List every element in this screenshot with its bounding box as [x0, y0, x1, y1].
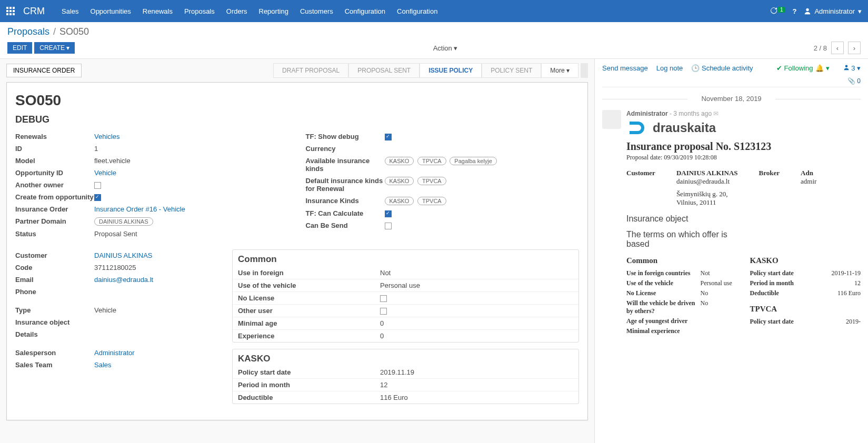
partner-domain-tag[interactable]: DAINIUS ALKINAS: [94, 217, 153, 226]
insurance-object-title: Insurance object: [626, 214, 861, 224]
nav-opportunities[interactable]: Opportunities: [91, 7, 131, 15]
status-bar: DRAFT PROPOSAL PROPOSAL SENT ISSUE POLIC…: [273, 63, 578, 78]
other-user-checkbox[interactable]: [380, 308, 387, 315]
logo-text: drauskaita: [653, 120, 716, 135]
schedule-activity-button[interactable]: 🕒 Schedule activity: [691, 64, 753, 72]
status-row: INSURANCE ORDER DRAFT PROPOSAL PROPOSAL …: [4, 59, 590, 82]
nav-reporting[interactable]: Reporting: [259, 7, 288, 15]
svg-rect-7: [9, 13, 12, 15]
message-header: Administrator - 3 months ago ✉: [626, 110, 861, 117]
pager: 2 / 8 ‹ ›: [814, 42, 861, 54]
can-send-checkbox[interactable]: [385, 223, 392, 229]
pager-next[interactable]: ›: [848, 42, 861, 54]
svg-rect-6: [6, 13, 8, 15]
chevron-down-icon: ▾: [66, 44, 69, 52]
proposal-title: Insurance proposal No. S123123: [626, 140, 861, 153]
bell-icon: 🔔: [815, 64, 824, 72]
stage-sent[interactable]: PROPOSAL SENT: [348, 63, 420, 78]
kind-tag[interactable]: TPVCA: [417, 157, 446, 165]
clock-icon: 🕒: [691, 64, 700, 72]
kind-tag[interactable]: TPVCA: [417, 177, 446, 185]
email-link[interactable]: dainius@edrauda.lt: [94, 276, 153, 284]
debug-left: RenewalsVehicles ID1 Modelfleet.vehicle …: [15, 130, 289, 240]
kasko-section: KASKO Policy start date2019.11.19 Period…: [232, 349, 579, 404]
another-owner-checkbox[interactable]: [94, 182, 101, 189]
salesteam-link[interactable]: Sales: [94, 361, 112, 369]
help-icon[interactable]: ?: [792, 7, 796, 15]
form-area: INSURANCE ORDER DRAFT PROPOSAL PROPOSAL …: [0, 59, 594, 443]
user-icon: [804, 7, 811, 15]
kind-tag[interactable]: TPVCA: [417, 197, 446, 205]
svg-rect-8: [13, 13, 15, 15]
svg-rect-1: [9, 7, 12, 9]
terms-common: Common Use in foreign countriesNot Use o…: [626, 253, 737, 336]
send-message-button[interactable]: Send message: [602, 64, 648, 72]
kind-tag[interactable]: KASKO: [385, 177, 414, 185]
pager-position: 2 / 8: [814, 44, 827, 52]
no-license-checkbox[interactable]: [380, 295, 387, 302]
terms-kasko: KASKO Policy start date2019-11-19 Period…: [750, 253, 861, 336]
svg-rect-5: [13, 10, 15, 12]
brand[interactable]: CRM: [23, 6, 45, 17]
navbar: CRM Sales Opportunities Renewals Proposa…: [0, 0, 868, 22]
user-name: Administrator: [814, 7, 855, 15]
action-dropdown[interactable]: Action ▾: [433, 44, 458, 52]
nav-configuration-1[interactable]: Configuration: [345, 7, 385, 15]
edit-button[interactable]: EDIT: [7, 42, 32, 54]
customer-link[interactable]: DAINIUS ALKINAS: [94, 251, 153, 259]
insurance-order-button[interactable]: INSURANCE ORDER: [6, 64, 82, 77]
svg-point-10: [845, 65, 847, 68]
nav-menu: Sales Opportunities Renewals Proposals O…: [62, 7, 770, 15]
svg-rect-0: [6, 7, 8, 9]
nav-orders[interactable]: Orders: [226, 7, 247, 15]
user-menu[interactable]: Administrator ▾: [804, 7, 862, 15]
sections-col: Common Use in foreignNot Use of the vehi…: [232, 249, 579, 410]
common-section: Common Use in foreignNot Use of the vehi…: [232, 249, 579, 343]
control-bar: Proposals / SO050 EDIT CREATE ▾ Action ▾…: [0, 22, 868, 59]
pager-prev[interactable]: ‹: [831, 42, 844, 54]
breadcrumb: Proposals / SO050: [7, 26, 861, 37]
opportunity-link[interactable]: Vehicle: [94, 169, 116, 177]
refresh-badge: 1: [778, 7, 785, 13]
kind-tag[interactable]: Pagalba kelyje: [450, 157, 497, 165]
scrollbar[interactable]: [581, 63, 588, 78]
stage-draft[interactable]: DRAFT PROPOSAL: [273, 63, 348, 78]
can-calc-checkbox[interactable]: [385, 210, 392, 217]
kind-tag[interactable]: KASKO: [385, 197, 414, 205]
insurance-order-link[interactable]: Insurance Order #16 - Vehicle: [94, 205, 185, 213]
nav-proposals[interactable]: Proposals: [184, 7, 215, 15]
nav-configuration-2[interactable]: Configuration: [397, 7, 437, 15]
show-debug-checkbox[interactable]: [385, 134, 392, 140]
debug-heading: DEBUG: [15, 114, 579, 125]
attachments-row[interactable]: 📎 0: [602, 75, 861, 87]
refresh-icon[interactable]: 1: [770, 6, 785, 16]
renewals-link[interactable]: Vehicles: [94, 133, 119, 140]
salesperson-link[interactable]: Administrator: [94, 349, 135, 357]
drauskaita-logo-icon: [626, 119, 648, 136]
chevron-down-icon: ▾: [858, 7, 862, 15]
stage-issue[interactable]: ISSUE POLICY: [420, 63, 482, 78]
svg-rect-2: [13, 7, 15, 9]
proposal-body: drauskaita Insurance proposal No. S12312…: [626, 119, 861, 336]
apps-icon[interactable]: [6, 7, 15, 15]
proposal-date: Proposal date: 09/30/2019 10:28:08: [626, 154, 861, 162]
date-separator: November 18, 2019: [602, 95, 861, 103]
stage-policy-sent[interactable]: POLICY SENT: [482, 63, 541, 78]
log-note-button[interactable]: Log note: [656, 64, 683, 72]
chatter: Send message Log note 🕒 Schedule activit…: [594, 59, 868, 443]
user-icon: [843, 64, 850, 71]
nav-sales[interactable]: Sales: [62, 7, 79, 15]
main: INSURANCE ORDER DRAFT PROPOSAL PROPOSAL …: [0, 59, 868, 443]
create-from-opp-checkbox[interactable]: [94, 194, 101, 201]
form-sheet: SO050 DEBUG RenewalsVehicles ID1 Modelfl…: [6, 82, 588, 420]
followers-count[interactable]: 3 ▾: [843, 64, 861, 72]
breadcrumb-root[interactable]: Proposals: [7, 26, 49, 37]
breadcrumb-sep: /: [53, 26, 56, 37]
nav-customers[interactable]: Customers: [300, 7, 333, 15]
stage-more[interactable]: More ▾: [541, 63, 578, 78]
following-indicator[interactable]: ✔ Following 🔔 ▾: [776, 64, 830, 72]
kind-tag[interactable]: KASKO: [385, 157, 414, 165]
create-button[interactable]: CREATE ▾: [34, 42, 75, 54]
nav-renewals[interactable]: Renewals: [143, 7, 173, 15]
svg-point-9: [806, 8, 809, 11]
